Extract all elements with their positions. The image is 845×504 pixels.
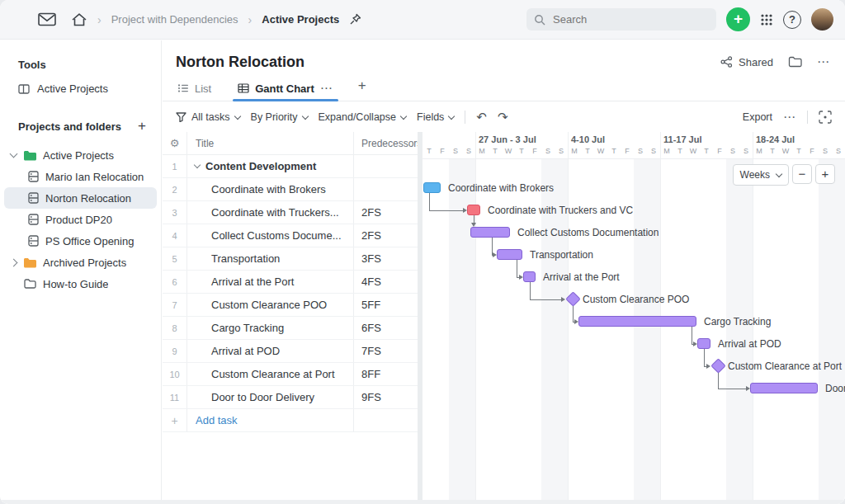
dependency-line: [530, 282, 531, 299]
tab-gantt-chart[interactable]: Gantt Chart ⋯: [236, 77, 335, 100]
dependency-line: [429, 193, 430, 210]
chevron-down-icon[interactable]: [10, 150, 18, 158]
task-bar-cargo-tracking[interactable]: [578, 316, 696, 327]
table-row-arrival-at-the-port[interactable]: 6Arrival at the Port4FS: [163, 271, 418, 294]
chevron-down-icon: [301, 112, 308, 119]
tab-options-icon[interactable]: ⋯: [320, 81, 333, 96]
share-icon: [720, 56, 733, 68]
filter-dropdown[interactable]: All tasks: [176, 111, 240, 123]
table-row-collect-customs-docume[interactable]: 4Collect Customs Docume...2FS: [163, 224, 418, 247]
toolbar-more-icon[interactable]: ⋯: [783, 110, 796, 125]
zoom-in-button[interactable]: +: [815, 164, 835, 184]
add-task-row[interactable]: + Add task: [163, 409, 418, 432]
create-new-button[interactable]: +: [726, 7, 750, 31]
dependency-line: [474, 215, 474, 223]
table-row-custom-clearance-at-port[interactable]: 10Custom Clearance at Port8FF: [163, 363, 418, 386]
week-label: 11-17 Jul: [663, 134, 701, 144]
project-icon: [28, 192, 39, 204]
help-icon[interactable]: ?: [783, 11, 801, 29]
hamburger-menu-icon[interactable]: [12, 14, 28, 26]
sidebar-item-active-projects[interactable]: Active Projects: [4, 144, 157, 166]
folder-icon[interactable]: [788, 56, 802, 68]
task-title-cell[interactable]: Custom Clearance POO: [187, 294, 354, 316]
task-title-cell[interactable]: Coordinate with Truckers...: [187, 201, 354, 224]
sidebar-item-mario-ian-relocation[interactable]: Mario Ian Relocation: [4, 166, 157, 187]
add-view-button[interactable]: +: [358, 77, 366, 94]
sidebar-item-product-dp20[interactable]: Product DP20: [4, 209, 157, 230]
task-bar-transportation[interactable]: [497, 249, 522, 260]
table-row-content-development[interactable]: 1Content Development: [163, 155, 418, 178]
task-title-cell[interactable]: Door to Door Delivery: [187, 386, 354, 408]
sidebar-item-archived-projects[interactable]: Archived Projects: [4, 252, 157, 273]
column-header-title[interactable]: Title: [187, 132, 354, 154]
day-letter: S: [739, 147, 753, 155]
table-row-custom-clearance-poo[interactable]: 7Custom Clearance POO5FF: [163, 294, 418, 317]
home-icon[interactable]: [71, 12, 87, 27]
shared-button[interactable]: Shared: [720, 56, 773, 68]
table-row-coordinate-with-truckers[interactable]: 3Coordinate with Truckers...2FS: [163, 201, 418, 224]
table-row-arrival-at-pod[interactable]: 9Arrival at POD7FS: [163, 340, 418, 363]
group-dropdown[interactable]: By Priority: [251, 111, 308, 123]
sidebar-item-how-to-guide[interactable]: How-to Guide: [4, 273, 157, 294]
timescale-label: Weeks: [740, 169, 770, 181]
task-bar-coordinate-with-brokers[interactable]: [423, 182, 441, 193]
add-task-button[interactable]: Add task: [196, 414, 238, 426]
task-bar-collect-customs-documentation[interactable]: [470, 227, 510, 238]
column-header-predecessors[interactable]: Predecessors: [354, 132, 418, 154]
pin-icon[interactable]: [349, 13, 361, 26]
sidebar-item-norton-relocation[interactable]: Norton Relocation: [4, 187, 157, 209]
task-title-cell[interactable]: Content Development: [187, 155, 354, 177]
table-row-transportation[interactable]: 5Transportation3FS: [163, 247, 418, 271]
expand-collapse-dropdown[interactable]: Expand/Collapse: [319, 111, 407, 123]
task-bar-arrival-at-pod[interactable]: [697, 338, 710, 349]
task-title-cell[interactable]: Arrival at the Port: [187, 271, 354, 293]
task-bar-arrival-at-the-port[interactable]: [523, 271, 536, 282]
task-title-cell[interactable]: Custom Clearance at Port: [187, 363, 354, 385]
filter-funnel-icon: [176, 112, 186, 122]
tab-list[interactable]: List: [176, 77, 213, 100]
inbox-envelope-icon[interactable]: [38, 12, 56, 26]
apps-grid-icon[interactable]: [760, 13, 773, 26]
weekend-band: [634, 158, 647, 504]
undo-icon[interactable]: ↶: [476, 110, 487, 125]
user-avatar[interactable]: [811, 8, 833, 31]
chevron-down-icon[interactable]: [194, 162, 201, 168]
weekend-band: [647, 158, 660, 504]
chevron-right-icon[interactable]: [10, 258, 18, 266]
more-menu-icon[interactable]: ⋯: [817, 54, 830, 69]
task-bar-coordinate-with-truckers-and-vc[interactable]: [467, 205, 480, 215]
zoom-out-button[interactable]: −: [792, 164, 812, 184]
task-title-cell[interactable]: Cargo Tracking: [187, 317, 354, 339]
focus-snapshot-icon[interactable]: [819, 111, 832, 124]
task-title: Door to Door Delivery: [211, 391, 314, 403]
task-title-cell[interactable]: Collect Customs Docume...: [187, 224, 354, 247]
task-bar-door-to-door-delivery[interactable]: [750, 383, 818, 393]
table-row-door-to-door-delivery[interactable]: 11Door to Door Delivery9FS: [163, 386, 418, 409]
timeline-header-border: [422, 158, 845, 159]
add-project-icon[interactable]: +: [138, 118, 146, 134]
task-title-cell[interactable]: Transportation: [187, 247, 354, 270]
timescale-dropdown[interactable]: Weeks: [733, 164, 789, 186]
task-title-cell[interactable]: Coordinate with Brokers: [187, 178, 354, 200]
search-box[interactable]: [526, 8, 716, 31]
search-input[interactable]: [551, 12, 709, 26]
table-row-coordinate-with-brokers[interactable]: 2Coordinate with Brokers: [163, 178, 418, 201]
expand-label: Expand/Collapse: [319, 111, 397, 123]
day-letter: M: [475, 147, 489, 155]
table-settings-gear-icon[interactable]: ⚙: [163, 132, 187, 154]
sidebar-item-active-projects-tool[interactable]: Active Projects: [0, 78, 161, 100]
breadcrumb-current[interactable]: Active Projects: [262, 13, 339, 26]
task-title-cell[interactable]: Arrival at POD: [187, 340, 354, 362]
day-letter: T: [766, 147, 779, 155]
table-row-cargo-tracking[interactable]: 8Cargo Tracking6FS: [163, 317, 418, 340]
weekend-band: [819, 158, 832, 504]
milestone-custom-clearance-at-port[interactable]: [710, 358, 725, 373]
fields-dropdown[interactable]: Fields: [417, 111, 454, 123]
redo-icon[interactable]: ↷: [498, 110, 508, 125]
project-header: Norton Relocation Shared ⋯: [163, 40, 845, 77]
breadcrumb-project[interactable]: Project with Dependencies: [111, 13, 238, 26]
list-icon: [177, 83, 189, 93]
sidebar-item-ps-office-opening[interactable]: PS Office Opening: [4, 230, 157, 252]
project-icon: [28, 171, 39, 182]
export-button[interactable]: Export: [743, 111, 772, 123]
